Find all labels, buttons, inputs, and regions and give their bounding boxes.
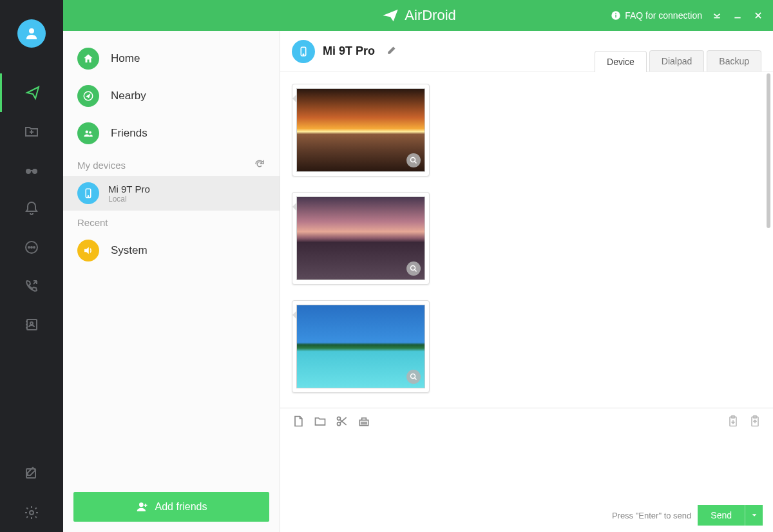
svg-rect-3 (30, 170, 33, 171)
add-friends-button[interactable]: Add friends (73, 492, 269, 522)
magnify-icon (410, 373, 417, 381)
svg-point-19 (88, 196, 89, 197)
info-icon (611, 10, 621, 21)
chevron-down-icon (751, 512, 758, 518)
window-close-button[interactable] (752, 10, 764, 21)
zoom-button[interactable] (406, 261, 421, 276)
rail-messages[interactable] (0, 228, 63, 267)
attach-folder-button[interactable] (314, 415, 327, 428)
recent-label: Recent (77, 217, 108, 228)
avatar[interactable] (17, 19, 46, 48)
rail-settings[interactable] (0, 493, 63, 532)
svg-point-11 (30, 511, 33, 515)
window-collapse-button[interactable] (711, 10, 723, 21)
message-bubble[interactable] (292, 300, 430, 393)
compose-hint: Press "Enter" to send (612, 511, 691, 520)
message-bubble[interactable] (292, 192, 430, 285)
rail-discover[interactable] (0, 151, 63, 189)
attach-file-button[interactable] (292, 415, 305, 428)
image-thumbnail (296, 196, 425, 280)
devices-section-header: My devices (63, 152, 280, 176)
edit-icon (24, 466, 39, 482)
sidebar-item-home[interactable]: Home (63, 40, 280, 77)
airdroid-logo-icon (381, 6, 399, 24)
magnify-icon (410, 265, 417, 272)
screenshot-button[interactable] (336, 415, 348, 428)
add-friends-label: Add friends (155, 501, 207, 513)
folder-icon (314, 415, 327, 428)
rail-compose[interactable] (0, 455, 63, 493)
message-list (280, 72, 773, 408)
compose-area: Press "Enter" to send Send (280, 408, 773, 532)
rail-notifications[interactable] (0, 189, 63, 228)
phone-icon (24, 278, 39, 294)
rename-device-button[interactable] (386, 44, 398, 59)
sidebar-item-label: Friends (111, 127, 148, 140)
compass-icon (77, 85, 99, 107)
user-icon (24, 26, 39, 41)
sidebar-item-nearby[interactable]: Nearby (63, 77, 280, 115)
image-thumbnail (296, 305, 425, 388)
left-rail (0, 0, 63, 532)
scrollbar[interactable] (767, 72, 772, 408)
send-icon (25, 85, 41, 100)
device-status: Local (108, 195, 150, 204)
gear-icon (24, 505, 39, 520)
tab-device[interactable]: Device (595, 51, 647, 72)
scrollbar-thumb[interactable] (767, 73, 770, 228)
folder-transfer-icon (24, 124, 39, 139)
rail-files[interactable] (0, 112, 63, 151)
file-icon (292, 415, 305, 428)
home-icon (77, 48, 99, 70)
chat-icon (24, 240, 39, 255)
friends-icon (77, 122, 99, 144)
zoom-button[interactable] (406, 153, 421, 167)
attach-app-button[interactable] (358, 415, 370, 428)
refresh-devices-button[interactable] (254, 158, 265, 172)
window-minimize-button[interactable] (732, 10, 743, 21)
rail-contacts[interactable] (0, 305, 63, 344)
svg-point-17 (89, 131, 91, 134)
faq-label: FAQ for connection (625, 10, 702, 21)
sidebar: Home Nearby Friends (63, 31, 280, 532)
zoom-button[interactable] (406, 370, 421, 384)
faq-link[interactable]: FAQ for connection (611, 10, 702, 21)
paste-button[interactable] (727, 415, 740, 428)
sidebar-item-label: Nearby (111, 90, 146, 102)
apps-icon (358, 415, 370, 428)
rail-calls[interactable] (0, 267, 63, 305)
svg-point-6 (31, 247, 32, 248)
close-icon (754, 11, 763, 20)
content-device-name: Mi 9T Pro (323, 44, 375, 58)
bell-icon (24, 201, 39, 216)
svg-point-5 (28, 247, 30, 248)
send-button[interactable]: Send (698, 505, 745, 526)
collapse-icon (712, 11, 721, 20)
send-dropdown-button[interactable] (745, 505, 763, 526)
clipboard-up-icon (749, 415, 761, 428)
svg-point-2 (32, 169, 37, 174)
image-thumbnail (296, 88, 425, 172)
add-user-icon (136, 500, 149, 513)
copy-button[interactable] (749, 415, 761, 428)
devices-label: My devices (77, 160, 126, 171)
sidebar-item-label: System (111, 244, 148, 257)
minimize-icon (733, 11, 742, 20)
tab-backup[interactable]: Backup (707, 50, 761, 71)
sidebar-item-system[interactable]: System (63, 232, 280, 269)
svg-point-24 (411, 266, 415, 271)
svg-point-16 (86, 131, 89, 134)
content-panel: Mi 9T Pro Device Dialpad Backup (280, 31, 773, 532)
rail-transfer[interactable] (0, 73, 63, 112)
tab-dialpad[interactable]: Dialpad (649, 50, 704, 71)
recent-section-header: Recent (63, 211, 280, 232)
content-header: Mi 9T Pro Device Dialpad Backup (280, 31, 773, 72)
device-row[interactable]: Mi 9T Pro Local (63, 176, 280, 211)
message-bubble[interactable] (292, 84, 430, 176)
compose-textarea[interactable] (280, 434, 773, 499)
sidebar-item-label: Home (111, 52, 140, 65)
svg-point-20 (139, 502, 144, 507)
sidebar-item-friends[interactable]: Friends (63, 115, 280, 152)
device-name: Mi 9T Pro (108, 184, 150, 195)
binoculars-icon (24, 162, 39, 178)
